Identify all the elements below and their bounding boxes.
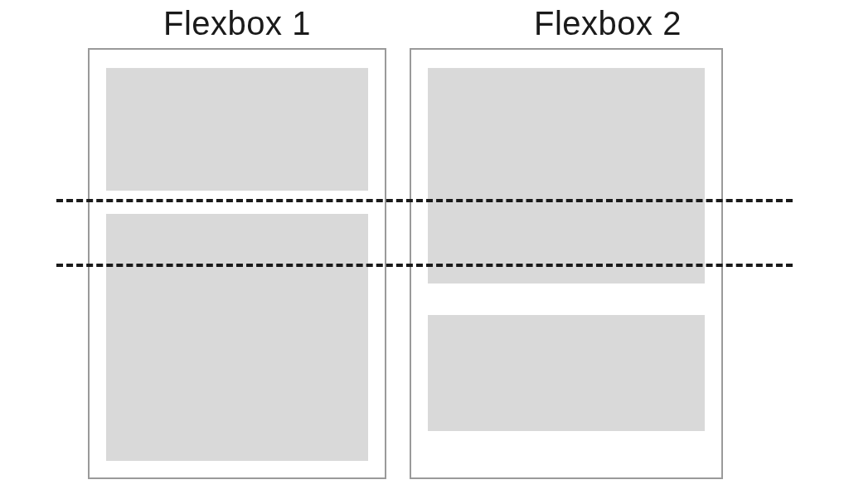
flexbox-2-item-top bbox=[428, 68, 705, 284]
alignment-guide-upper bbox=[56, 199, 793, 202]
flexbox-1-title: Flexbox 1 bbox=[88, 5, 386, 42]
flexbox-1-item-bottom bbox=[106, 214, 368, 461]
flexbox-2-item-bottom bbox=[428, 315, 705, 431]
alignment-guide-lower bbox=[56, 264, 793, 267]
flexbox-2-title: Flexbox 2 bbox=[451, 5, 764, 42]
flexbox-1-item-top bbox=[106, 68, 368, 191]
diagram-stage: Flexbox 1 Flexbox 2 bbox=[0, 0, 849, 504]
